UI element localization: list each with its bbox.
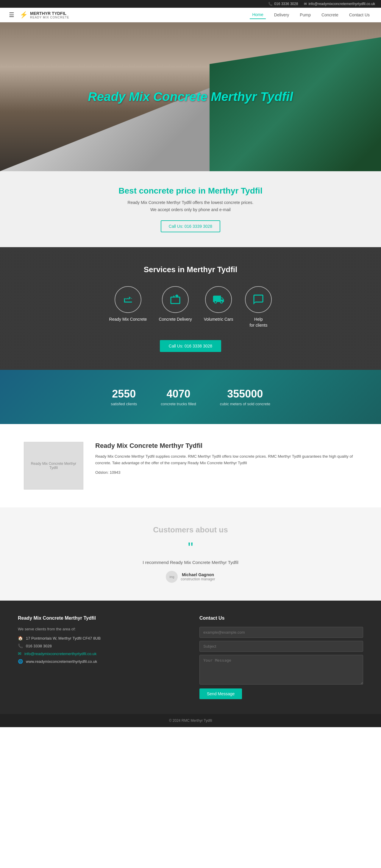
stat-cubic: 355000 cubic meters of sold concrete xyxy=(220,388,270,406)
chat-icon xyxy=(252,293,264,306)
logo-wrap: ☰ ⚡ MERTHYR TYDFIL READY MIX CONCRETE xyxy=(9,11,250,19)
testimonials-section: Customers about us " I recommend Ready M… xyxy=(0,507,381,600)
contact-email-input[interactable] xyxy=(199,627,363,638)
hamburger-icon[interactable]: ☰ xyxy=(9,11,14,19)
services-section: Services in Merthyr Tydfil Ready Mix Con… xyxy=(0,247,381,370)
nav-pump[interactable]: Pump xyxy=(297,11,313,19)
navbar: ☰ ⚡ MERTHYR TYDFIL READY MIX CONCRETE Ho… xyxy=(0,8,381,22)
reviewer-name: Michael Gagnon xyxy=(181,572,215,577)
footer-phone: 016 3338 3028 xyxy=(26,644,52,648)
best-price-heading: Best concrete price in Merthyr Tydfil xyxy=(9,186,372,196)
stat-cubic-number: 355000 xyxy=(220,388,270,400)
briefcase-icon xyxy=(169,293,181,306)
nav-home[interactable]: Home xyxy=(250,11,265,19)
reviewer-avatar: img xyxy=(166,571,178,583)
service-help: Helpfor clients xyxy=(245,286,272,328)
email-icon: ✉ xyxy=(304,2,307,6)
logo-icon: ⚡ xyxy=(20,11,28,19)
best-price-section: Best concrete price in Merthyr Tydfil Re… xyxy=(0,171,381,247)
reviewer-role: construction manager xyxy=(181,577,215,581)
email-icon-footer: ✉ xyxy=(18,651,22,656)
footer-phone-item: 📞 016 3338 3028 xyxy=(18,644,182,648)
top-bar-phone: 📞 016 3336 3028 xyxy=(268,2,298,6)
home-icon: 🏠 xyxy=(18,636,23,641)
best-price-desc1: Ready Mix Concrete Merthyr Tydfil offers… xyxy=(9,200,372,205)
quote-icon: " xyxy=(9,540,372,555)
brand-sub: READY MIX CONCRETE xyxy=(30,16,69,19)
service-concrete-delivery: Concrete Delivery xyxy=(159,286,192,328)
contact-form: Send Message xyxy=(199,627,363,699)
nav-contact[interactable]: Contact Us xyxy=(347,11,372,19)
footer: Ready Mix Concrete Merthyr Tydfil We ser… xyxy=(0,600,381,714)
nav-delivery[interactable]: Delivery xyxy=(272,11,292,19)
factory-icon xyxy=(122,293,134,306)
testimonials-heading: Customers about us xyxy=(9,525,372,534)
footer-contact-heading: Contact Us xyxy=(199,616,363,621)
best-price-call-button[interactable]: Call Us: 016 3339 3028 xyxy=(161,220,220,232)
service-circle-factory xyxy=(115,286,141,313)
stats-section: 2550 satisfied clients 4070 concrete tru… xyxy=(0,370,381,424)
footer-right: Contact Us Send Message xyxy=(199,616,363,699)
footer-serve-text: We serve clients from the area of: xyxy=(18,627,182,631)
truck-icon xyxy=(213,293,224,306)
contact-subject-input[interactable] xyxy=(199,641,363,652)
service-volumetric: Volumetric Cars xyxy=(204,286,233,328)
about-section: Ready Mix Concrete Merthyr Tydfil Ready … xyxy=(0,424,381,507)
footer-email-link[interactable]: info@readymixconcretemerthyrtydfil.co.uk xyxy=(24,652,96,656)
about-odslon: Odslon: 10943 xyxy=(95,469,357,476)
globe-icon: 🌐 xyxy=(18,659,23,664)
footer-bottom: © 2024 RMC Merthyr Tydfil xyxy=(0,714,381,727)
service-circle-truck xyxy=(205,286,232,313)
footer-email-item: ✉ info@readymixconcretemerthyrtydfil.co.… xyxy=(18,651,182,656)
about-heading: Ready Mix Concrete Merthyr Tydfil xyxy=(95,442,357,450)
stat-trucks: 4070 concrete trucks filled xyxy=(161,388,196,406)
best-price-desc2: We accept orders only by phone and e-mai… xyxy=(9,207,372,212)
service-circle-help xyxy=(245,286,272,313)
service-label-delivery: Concrete Delivery xyxy=(159,316,192,322)
footer-website: www.readymixconcretemerthyrtydfil.co.uk xyxy=(26,659,97,664)
contact-message-textarea[interactable] xyxy=(199,655,363,685)
nav-links: Home Delivery Pump Concrete Contact Us xyxy=(250,11,372,19)
top-bar: 📞 016 3336 3028 ✉ info@readymixconcretem… xyxy=(0,0,381,8)
footer-website-item: 🌐 www.readymixconcretemerthyrtydfil.co.u… xyxy=(18,659,182,664)
about-content: Ready Mix Concrete Merthyr Tydfil Ready … xyxy=(95,442,357,479)
send-message-button[interactable]: Send Message xyxy=(199,688,242,699)
stat-trucks-label: concrete trucks filled xyxy=(161,402,196,406)
hero-section: Ready Mix Concrete Merthyr Tydfil xyxy=(0,22,381,171)
top-bar-email: ✉ info@readymixconcretemerthyrtydfil.co.… xyxy=(304,2,375,6)
phone-icon: 📞 xyxy=(268,2,273,6)
service-label-help: Helpfor clients xyxy=(249,316,267,328)
copyright: © 2024 RMC Merthyr Tydfil xyxy=(169,718,212,723)
footer-address-item: 🏠 17 Pontmorlais W, Merthyr Tydfil CF47 … xyxy=(18,636,182,641)
phone-icon-footer: 📞 xyxy=(18,644,23,648)
stat-clients: 2550 satisfied clients xyxy=(111,388,137,406)
service-label-ready-mix: Ready Mix Concrete xyxy=(109,316,147,322)
logo-text: MERTHYR TYDFIL READY MIX CONCRETE xyxy=(30,11,69,19)
services-heading: Services in Merthyr Tydfil xyxy=(9,265,372,274)
stat-trucks-number: 4070 xyxy=(161,388,196,400)
service-circle-delivery xyxy=(162,286,189,313)
footer-brand: Ready Mix Concrete Merthyr Tydfil xyxy=(18,616,182,621)
about-image: Ready Mix Concrete Merthyr Tydfil xyxy=(24,442,83,490)
testimonial-quote: I recommend Ready Mix Concrete Merthyr T… xyxy=(9,560,372,565)
nav-concrete[interactable]: Concrete xyxy=(319,11,341,19)
service-label-volumetric: Volumetric Cars xyxy=(204,316,233,322)
about-description: Ready Mix Concrete Merthyr Tydfil suppli… xyxy=(95,453,357,466)
footer-left: Ready Mix Concrete Merthyr Tydfil We ser… xyxy=(18,616,182,699)
hero-title: Ready Mix Concrete Merthyr Tydfil xyxy=(76,90,305,104)
footer-address: 17 Pontmorlais W, Merthyr Tydfil CF47 8U… xyxy=(26,636,101,641)
reviewer-info: Michael Gagnon construction manager xyxy=(181,572,215,581)
stat-clients-number: 2550 xyxy=(111,388,137,400)
services-grid: Ready Mix Concrete Concrete Delivery Vol… xyxy=(9,286,372,328)
brand-name: MERTHYR TYDFIL xyxy=(30,11,69,16)
reviewer: img Michael Gagnon construction manager xyxy=(9,571,372,583)
service-ready-mix: Ready Mix Concrete xyxy=(109,286,147,328)
services-call-button[interactable]: Call Us: 016 3338 3028 xyxy=(160,340,221,352)
stat-clients-label: satisfied clients xyxy=(111,402,137,406)
about-image-wrap: Ready Mix Concrete Merthyr Tydfil xyxy=(24,442,83,490)
stat-cubic-label: cubic meters of sold concrete xyxy=(220,402,270,406)
